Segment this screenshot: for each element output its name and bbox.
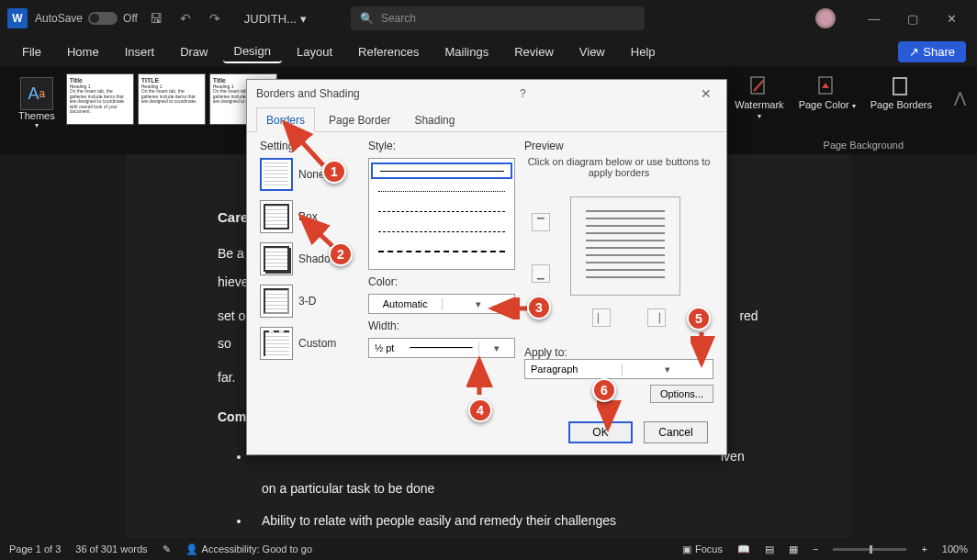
watermark-button[interactable]: Watermark▾	[731, 73, 787, 122]
dialog-close-button[interactable]: ✕	[695, 86, 717, 101]
annotation-arrow	[691, 329, 718, 369]
share-button[interactable]: ↗ Share	[898, 41, 966, 62]
callout-4: 4	[468, 398, 492, 422]
status-bar: Page 1 of 3 36 of 301 words ✎ 👤Accessibi…	[0, 538, 977, 560]
style-label: Style:	[368, 140, 515, 152]
menu-file[interactable]: File	[11, 41, 52, 62]
menu-insert[interactable]: Insert	[114, 41, 166, 62]
word-app-icon: W	[7, 8, 28, 28]
menu-draw[interactable]: Draw	[169, 41, 219, 62]
doc-format-2[interactable]: TITLEHeading 1On the Insert tab, the gal…	[138, 73, 206, 125]
border-bottom-button[interactable]: ▁	[532, 264, 550, 283]
dialog-title: Borders and Shading	[256, 87, 360, 100]
page-borders-icon	[890, 75, 912, 97]
apply-to-label: Apply to:	[524, 346, 713, 359]
watermark-icon	[748, 75, 770, 97]
chevron-down-icon: ▾	[300, 12, 307, 26]
preview-label: Preview	[524, 140, 713, 152]
view-read-icon[interactable]: 📖	[737, 543, 750, 555]
close-button[interactable]: ✕	[933, 5, 970, 32]
zoom-level[interactable]: 100%	[942, 543, 968, 554]
width-label: Width:	[368, 319, 515, 332]
autosave-label: AutoSave	[35, 12, 83, 25]
undo-icon[interactable]: ↶	[174, 7, 197, 29]
view-web-icon[interactable]: ▦	[789, 543, 798, 555]
autosave-state: Off	[123, 12, 138, 25]
menu-help[interactable]: Help	[620, 41, 667, 62]
border-left-button[interactable]: ▏	[592, 308, 611, 327]
annotation-arrow	[597, 398, 624, 433]
title-bar: W AutoSave Off 🖫 ↶ ↷ JUDITH... ▾ 🔍 Searc…	[0, 0, 977, 37]
page-borders-button[interactable]: Page Borders	[867, 73, 936, 122]
zoom-out[interactable]: −	[813, 543, 818, 554]
page-color-button[interactable]: Page Color ▾	[795, 73, 859, 122]
border-top-button[interactable]: ▔	[532, 213, 550, 231]
menu-view[interactable]: View	[568, 41, 616, 62]
document-name[interactable]: JUDITH... ▾	[244, 12, 307, 26]
tab-shading[interactable]: Shading	[404, 107, 465, 131]
border-right-button[interactable]: ▕	[647, 308, 666, 327]
setting-3d[interactable]: 3-D	[260, 285, 359, 318]
menu-design[interactable]: Design	[223, 40, 282, 63]
zoom-slider[interactable]	[833, 548, 906, 551]
svg-line-5	[301, 217, 332, 246]
style-listbox[interactable]	[368, 158, 515, 270]
user-avatar[interactable]	[815, 8, 836, 28]
search-icon: 🔍	[360, 12, 374, 25]
word-count[interactable]: 36 of 301 words	[75, 543, 147, 554]
callout-2: 2	[329, 242, 353, 266]
menu-layout[interactable]: Layout	[286, 41, 343, 62]
chevron-down-icon: ▾	[35, 121, 39, 129]
options-button[interactable]: Options...	[650, 385, 713, 403]
apply-to-dropdown[interactable]: Paragraph▾	[524, 359, 713, 379]
autosave-toggle[interactable]: AutoSave Off	[35, 12, 138, 25]
search-placeholder: Search	[381, 12, 416, 25]
menu-bar: File Home Insert Draw Design Layout Refe…	[0, 37, 977, 66]
cancel-button[interactable]: Cancel	[644, 421, 708, 443]
toggle-switch[interactable]	[88, 12, 118, 25]
menu-references[interactable]: References	[347, 41, 430, 62]
callout-5: 5	[687, 307, 711, 330]
annotation-arrow	[487, 297, 533, 319]
dialog-titlebar: Borders and Shading ? ✕	[247, 80, 726, 107]
page-color-icon	[816, 75, 838, 97]
spell-check-icon[interactable]: ✎	[163, 543, 171, 555]
setting-custom[interactable]: Custom	[260, 327, 359, 360]
callout-6: 6	[592, 378, 616, 402]
zoom-in[interactable]: +	[921, 543, 926, 554]
view-print-icon[interactable]: ▤	[765, 543, 774, 555]
menu-mailings[interactable]: Mailings	[434, 41, 500, 62]
annotation-arrow	[277, 116, 332, 171]
color-label: Color:	[368, 275, 515, 288]
callout-3: 3	[527, 296, 551, 319]
doc-format-1[interactable]: TitleHeading 1On the Insert tab, the gal…	[66, 73, 134, 125]
preview-diagram[interactable]: ▔ ▁ ▏ ▕	[524, 185, 713, 342]
svg-line-1	[754, 81, 763, 91]
themes-button[interactable]: Aa Themes ▾	[11, 73, 62, 133]
maximize-button[interactable]: ▢	[894, 5, 931, 32]
callout-1: 1	[322, 160, 346, 184]
ribbon-group-label: Page Background	[824, 140, 904, 151]
preview-hint: Click on diagram below or use buttons to…	[524, 156, 713, 178]
themes-icon: Aa	[20, 77, 53, 110]
save-icon[interactable]: 🖫	[145, 7, 167, 29]
chevron-down-icon: ▾	[478, 342, 514, 354]
menu-home[interactable]: Home	[56, 41, 110, 62]
help-button[interactable]: ?	[520, 87, 526, 100]
accessibility-icon: 👤	[185, 543, 198, 555]
svg-rect-3	[893, 78, 906, 95]
search-input[interactable]: 🔍 Search	[351, 6, 645, 30]
svg-rect-0	[751, 77, 764, 94]
menu-review[interactable]: Review	[503, 41, 565, 62]
page-indicator[interactable]: Page 1 of 3	[9, 543, 61, 554]
svg-line-4	[285, 123, 323, 165]
minimize-button[interactable]: ―	[856, 5, 893, 32]
accessibility-status[interactable]: 👤Accessibility: Good to go	[185, 543, 312, 555]
focus-icon: ▣	[682, 543, 691, 555]
annotation-arrow	[466, 354, 494, 400]
share-icon: ↗	[909, 45, 919, 59]
redo-icon[interactable]: ↷	[204, 7, 226, 29]
collapse-ribbon-icon[interactable]: ⋀	[954, 89, 966, 106]
focus-mode[interactable]: ▣Focus	[682, 543, 723, 555]
list-item: Ability to relate with people easily and…	[251, 505, 759, 537]
